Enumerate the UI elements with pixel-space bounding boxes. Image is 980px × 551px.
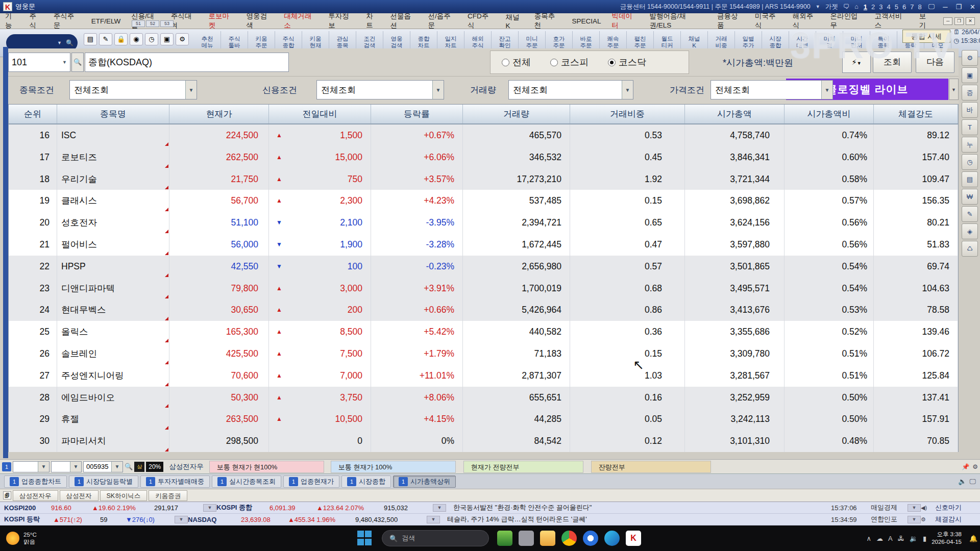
filter-select-가격조건[interactable]: 전체조회▼	[710, 80, 833, 99]
menu-item-선/옵주문[interactable]: 선/옵주문	[428, 12, 457, 30]
clock-icon[interactable]: ◷	[145, 33, 158, 45]
phone-dropdown-icon[interactable]: ▼	[816, 4, 820, 9]
menu-item-로보마켓[interactable]: 로보마켓	[209, 12, 236, 30]
stock-name-cell[interactable]: 로보티즈	[57, 146, 169, 168]
chat-icon[interactable]: 🗨	[843, 3, 850, 10]
ticker-dd[interactable]: ▼	[908, 516, 921, 523]
column-header-종목명[interactable]: 종목명	[57, 105, 169, 123]
side-tool-button-6[interactable]: ◷	[962, 154, 978, 170]
table-row-24[interactable]: 24현대무벡스30,650200▲+0.66%5,426,9640.863,41…	[9, 299, 958, 321]
settings-icon[interactable]: ⚙	[972, 463, 978, 470]
mdi-minimize-button[interactable]: ─	[943, 17, 952, 25]
mdi-restore-button[interactable]: ❐	[954, 17, 964, 25]
wifi-icon[interactable]: 🖧	[898, 535, 904, 542]
stock-name-cell[interactable]: HPSP	[57, 256, 169, 278]
media-circle-icon[interactable]	[583, 531, 598, 546]
gadget-button[interactable]: 가젯	[825, 3, 838, 11]
stock-code-select[interactable]: 005935▼	[83, 461, 123, 472]
restore-button[interactable]: ❐	[954, 3, 963, 11]
chrome-icon[interactable]	[561, 531, 577, 546]
menu-item-발행어음/채권/ELS[interactable]: 발행어음/채권/ELS	[649, 12, 706, 30]
filter-select-신용조건[interactable]: 전체조회▼	[316, 80, 444, 99]
window-icon[interactable]	[519, 531, 534, 546]
column-header-시가총액[interactable]: 시가총액	[685, 105, 785, 123]
ticker-dd[interactable]: ▼	[433, 504, 446, 512]
code-search-icon[interactable]: 🔍	[125, 463, 133, 470]
order-group-icon[interactable]: 1	[2, 462, 11, 471]
taskbar-search[interactable]: 🔍 검색	[382, 530, 489, 546]
stock-name-cell[interactable]: 주성엔지니어링	[57, 365, 169, 387]
table-row-29[interactable]: 29휴젤263,50010,500▲+4.15%44,2850.053,242,…	[9, 408, 958, 430]
group-tab-삼성전자우[interactable]: 삼성전자우	[13, 490, 58, 501]
menu-item-종목추천[interactable]: 종목추천	[534, 12, 561, 30]
table-row-20[interactable]: 20성호전자51,1002,100▼-3.95%2,394,7210.653,6…	[9, 212, 958, 234]
stock-name-cell[interactable]: 솔브레인	[57, 343, 169, 365]
side-tool-button-11[interactable]: ♺	[962, 241, 978, 257]
monitor-icon[interactable]: ▣	[160, 33, 174, 45]
start-button[interactable]	[357, 531, 373, 546]
pin-icon[interactable]: 📌	[962, 463, 969, 470]
screen-number-1[interactable]: 1	[864, 3, 867, 11]
menu-item-미국주식[interactable]: 미국주식	[755, 12, 782, 30]
weather-widget[interactable]: 25°C맑음	[0, 531, 133, 545]
menu-item-영웅검색[interactable]: 영웅검색	[246, 12, 273, 30]
menu-item-주식주문[interactable]: 주식주문	[54, 12, 81, 30]
ticker-dd[interactable]: ▼	[427, 516, 440, 523]
lock-icon[interactable]: 🔒	[114, 33, 128, 45]
group-tab-SK하이닉스[interactable]: SK하이닉스	[100, 490, 148, 501]
side-tool-button-8[interactable]: ₩	[962, 189, 978, 205]
table-row-28[interactable]: 28에임드바이오50,3003,750▲+8.06%655,6510.163,2…	[9, 387, 958, 409]
table-row-17[interactable]: 17로보티즈262,50015,000▲+6.06%346,5320.453,8…	[9, 146, 958, 168]
column-header-등락률[interactable]: 등락률	[371, 105, 463, 123]
filter-select-종목조건[interactable]: 전체조회▼	[69, 80, 197, 99]
dropdown-arrow-icon[interactable]: ▼	[622, 81, 633, 99]
screen-icon[interactable]: 🖵	[969, 478, 976, 486]
menu-item-보기[interactable]: 보기	[919, 12, 933, 30]
bottom-tab-시가총액상위[interactable]: 1시가총액상위	[393, 475, 456, 488]
column-header-순위[interactable]: 순위	[9, 105, 57, 123]
stock-name-cell[interactable]: 파마리서치	[57, 430, 169, 452]
virtual-screen-numbers[interactable]: 12345678	[864, 3, 922, 11]
order-account-select[interactable]: ▼	[13, 461, 50, 472]
market-radio-전체[interactable]: 전체	[502, 56, 531, 68]
quick-tab-52[interactable]: 52	[146, 20, 159, 27]
menu-item-ETF/ELW[interactable]: ETF/ELW	[91, 17, 121, 25]
ticker-dd[interactable]: ▼	[203, 504, 216, 512]
lookup-button[interactable]: 조회	[873, 52, 912, 73]
menu-item-해외주식[interactable]: 해외주식	[793, 12, 820, 30]
stock-name-cell[interactable]: 올릭스	[57, 321, 169, 343]
menu-item-기능[interactable]: 기능	[5, 12, 18, 30]
screen-number-7[interactable]: 7	[910, 3, 914, 11]
close-button[interactable]: ✕	[968, 3, 977, 11]
market-sell-segment[interactable]: 현재가 전량전부	[463, 461, 583, 473]
stock-name-cell[interactable]: 에임드바이오	[57, 387, 169, 409]
quick-tab-51[interactable]: 51	[132, 20, 145, 27]
chart-shortcut-button[interactable]: ⚡▼	[842, 52, 871, 73]
kiwoom-hts-icon[interactable]: K	[626, 531, 641, 546]
note-icon[interactable]: ▤	[84, 33, 97, 45]
banner-dropdown-icon[interactable]: ▼	[949, 79, 959, 100]
table-row-22[interactable]: 22HPSP42,550100▼-0.23%2,656,9800.573,501…	[9, 256, 958, 278]
clipboard-icon[interactable]: 🗐	[3, 491, 11, 499]
side-tool-button-4[interactable]: T	[962, 119, 978, 135]
screen-number-8[interactable]: 8	[918, 3, 921, 11]
notification-icon[interactable]: 🔔	[967, 535, 980, 542]
gear-icon[interactable]: ⚙	[176, 33, 189, 45]
table-row-30[interactable]: 30파마리서치298,50000%84,5420.123,101,3100.48…	[9, 430, 958, 452]
menu-item-차트[interactable]: 차트	[366, 12, 379, 30]
dropdown-arrow-icon[interactable]: ▼	[432, 81, 444, 99]
minimize-button[interactable]: ─	[941, 3, 949, 11]
menu-item-주식[interactable]: 주식	[29, 12, 42, 30]
market-radio-코스닥[interactable]: 코스닥	[608, 56, 646, 68]
search-dropdown-icon[interactable]: ▼	[57, 40, 62, 45]
stock-name-cell[interactable]: 성호전자	[57, 212, 169, 234]
stock-name-cell[interactable]: ISC	[57, 124, 169, 146]
menu-item-투자정보[interactable]: 투자정보	[328, 12, 355, 30]
mdi-close-button[interactable]: ✕	[966, 17, 975, 25]
stock-name-cell[interactable]: 펄어비스	[57, 234, 169, 256]
camera-icon[interactable]: ◉	[130, 33, 143, 45]
sound-icon[interactable]: 🔈	[958, 478, 966, 486]
screen-number-input[interactable]: 101▼	[8, 53, 70, 72]
system-clock[interactable]: 오후 3:38 2026-04-15	[926, 531, 967, 546]
bottom-tab-업종현재가[interactable]: 1업종현재가	[283, 475, 339, 488]
